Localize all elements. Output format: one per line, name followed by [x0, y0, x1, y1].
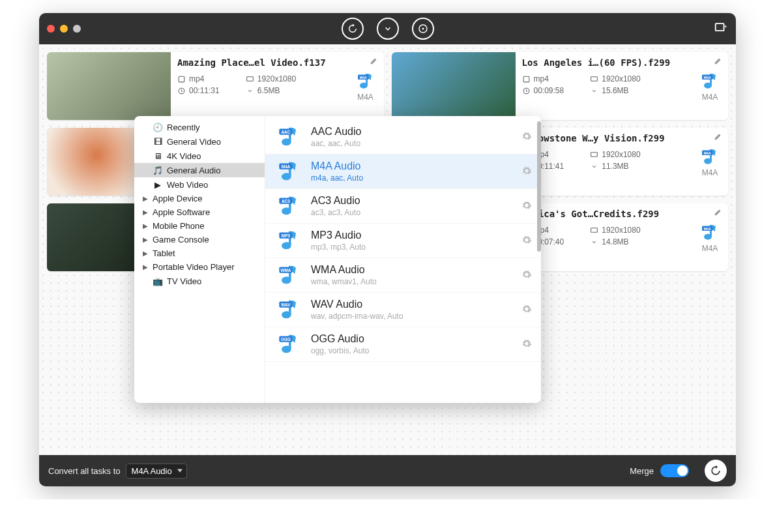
- output-format-badge[interactable]: M4AM4A: [354, 72, 377, 102]
- svg-text:WAV: WAV: [281, 303, 291, 307]
- svg-rect-5: [246, 76, 253, 81]
- format-ac3[interactable]: AC3AC3 Audioac3, ac3, Auto: [265, 189, 541, 224]
- minimize-window[interactable]: [60, 25, 68, 33]
- format-icon: AAC: [274, 125, 303, 149]
- gear-icon[interactable]: [521, 200, 532, 213]
- category-mobile-phone[interactable]: ▶Mobile Phone: [134, 219, 265, 233]
- gear-icon[interactable]: [521, 131, 532, 143]
- scrollbar[interactable]: [537, 121, 541, 252]
- library-icon[interactable]: [714, 21, 728, 37]
- category-label: Tablet: [153, 248, 175, 258]
- category-4k-video[interactable]: 🖥4K Video: [134, 149, 265, 163]
- file-title: ellowstone W…y Vision.f299: [522, 133, 722, 143]
- gear-icon[interactable]: [521, 269, 532, 282]
- category-general-audio[interactable]: 🎵General Audio: [134, 163, 265, 177]
- file-title: Amazing Place…el Video.f137: [177, 57, 377, 68]
- convert-all-label: Convert all tasks to: [48, 466, 121, 476]
- format-tags: m4a, aac, Auto: [311, 173, 514, 183]
- file-size: 6.5MB: [246, 86, 296, 95]
- format-mp3[interactable]: MP3MP3 Audiomp3, mp3, Auto: [265, 224, 541, 258]
- file-resolution: 1920x1080: [590, 226, 640, 235]
- format-aac[interactable]: AACAAC Audioaac, aac, Auto: [265, 120, 541, 155]
- file-duration: 00:11:31: [177, 86, 220, 95]
- svg-text:M4A: M4A: [704, 76, 711, 80]
- download-tab-icon[interactable]: [377, 18, 399, 40]
- category-label: Apple Device: [153, 194, 203, 203]
- gear-icon[interactable]: [521, 166, 532, 178]
- category-label: Web Video: [167, 180, 208, 190]
- chevron-right-icon: ▶: [142, 263, 149, 271]
- gear-icon[interactable]: [521, 235, 532, 247]
- svg-text:MP3: MP3: [282, 233, 291, 238]
- format-wma[interactable]: WMAWMA Audiowma, wmav1, Auto: [265, 258, 541, 293]
- format-icon: M4A: [274, 160, 303, 183]
- merge-toggle[interactable]: [660, 464, 689, 477]
- edit-icon[interactable]: [714, 56, 723, 67]
- svg-text:M4A: M4A: [282, 164, 291, 169]
- svg-rect-10: [591, 76, 598, 81]
- category-apple-software[interactable]: ▶Apple Software: [134, 205, 265, 219]
- category-recently[interactable]: 🕘Recently: [134, 120, 265, 134]
- start-convert-button[interactable]: [705, 460, 727, 482]
- category-label: Apple Software: [153, 207, 210, 217]
- format-tags: ac3, ac3, Auto: [311, 208, 514, 217]
- format-wav[interactable]: WAVWAV Audiowav, adpcm-ima-wav, Auto: [265, 293, 541, 327]
- disc-tab-icon[interactable]: [412, 18, 434, 40]
- format-name: OGG Audio: [311, 333, 514, 345]
- edit-icon[interactable]: [714, 207, 723, 218]
- file-resolution: 1920x1080: [246, 74, 296, 83]
- file-card[interactable]: Amazing Place…el Video.f137mp400:11:3119…: [47, 52, 384, 120]
- format-chooser-popover: 🕘Recently🎞General Video🖥4K Video🎵General…: [134, 116, 541, 403]
- format-icon: WMA: [274, 263, 303, 287]
- output-format-badge[interactable]: M4AM4A: [698, 72, 722, 102]
- svg-rect-15: [591, 152, 598, 156]
- category-label: Mobile Phone: [153, 221, 205, 231]
- format-tags: mp3, mp3, Auto: [311, 243, 514, 252]
- svg-text:WMA: WMA: [280, 268, 291, 273]
- bottom-toolbar: Convert all tasks to M4A Audio Merge: [39, 455, 736, 486]
- titlebar: [39, 13, 736, 44]
- convert-tab-icon[interactable]: [342, 18, 364, 40]
- tv-icon: 📺: [153, 276, 163, 286]
- format-m4a[interactable]: M4AM4A Audiom4a, aac, Auto: [265, 155, 541, 189]
- file-size: 14.8MB: [590, 237, 640, 246]
- svg-text:OGG: OGG: [281, 337, 291, 342]
- output-format-badge[interactable]: M4AM4A: [698, 223, 722, 253]
- category-web-video[interactable]: ▶Web Video: [134, 177, 265, 192]
- format-ogg[interactable]: OGGOGG Audioogg, vorbis, Auto: [265, 327, 541, 362]
- svg-text:M4A: M4A: [704, 151, 711, 155]
- format-icon: MP3: [274, 229, 303, 252]
- format-list: AACAAC Audioaac, aac, AutoM4AM4A Audiom4…: [265, 116, 541, 403]
- maximize-window[interactable]: [73, 25, 81, 33]
- thumbnail: [47, 52, 171, 120]
- format-tags: wma, wmav1, Auto: [311, 277, 514, 286]
- category-label: Game Console: [153, 235, 209, 244]
- file-size: 15.6MB: [590, 86, 640, 95]
- svg-text:M4A: M4A: [704, 227, 711, 231]
- category-game-console[interactable]: ▶Game Console: [134, 233, 265, 246]
- category-tv-video[interactable]: 📺TV Video: [134, 274, 265, 288]
- close-window[interactable]: [47, 25, 55, 33]
- category-label: Portable Video Player: [153, 262, 235, 272]
- film-icon: 🎞: [153, 136, 163, 147]
- category-portable-video-player[interactable]: ▶Portable Video Player: [134, 260, 265, 274]
- output-format-badge[interactable]: M4AM4A: [698, 147, 722, 177]
- format-icon: AC3: [274, 194, 303, 218]
- category-general-video[interactable]: 🎞General Video: [134, 134, 265, 149]
- file-format: mp4: [177, 74, 220, 83]
- file-resolution: 1920x1080: [590, 150, 640, 159]
- svg-rect-2: [716, 23, 724, 31]
- window-controls: [47, 25, 81, 33]
- format-tags: ogg, vorbis, Auto: [311, 346, 514, 355]
- category-tablet[interactable]: ▶Tablet: [134, 246, 265, 260]
- gear-icon[interactable]: [521, 304, 532, 316]
- category-apple-device[interactable]: ▶Apple Device: [134, 192, 265, 205]
- convert-all-select[interactable]: M4A Audio: [126, 464, 187, 479]
- category-sidebar: 🕘Recently🎞General Video🖥4K Video🎵General…: [134, 116, 265, 403]
- edit-icon[interactable]: [370, 56, 379, 67]
- category-label: General Video: [167, 137, 221, 147]
- gear-icon[interactable]: [521, 338, 532, 351]
- edit-icon[interactable]: [714, 132, 723, 143]
- format-tags: aac, aac, Auto: [311, 139, 514, 148]
- file-card[interactable]: Los Angeles i…(60 FPS).f299mp400:09:5819…: [392, 52, 729, 120]
